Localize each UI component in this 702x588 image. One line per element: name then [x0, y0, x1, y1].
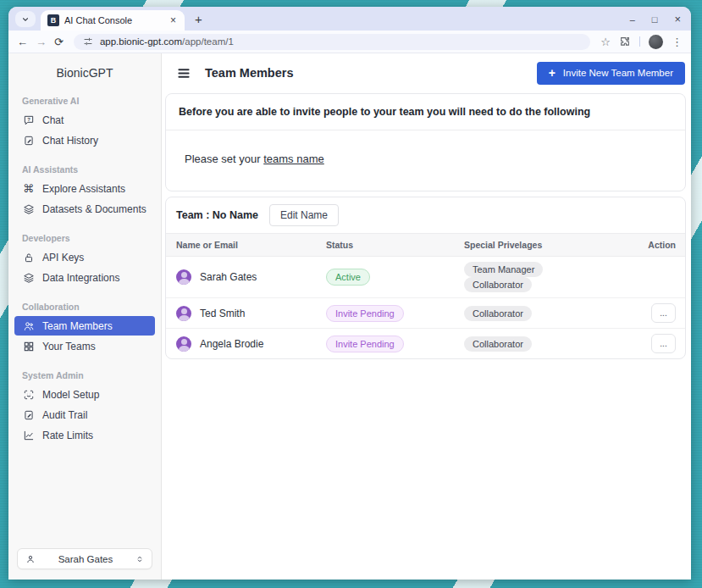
sidebar-item-explore-assistants[interactable]: ⌘Explore Assistants [14, 179, 155, 198]
member-avatar [176, 336, 191, 352]
privilege-badge: Collaborator [464, 306, 532, 321]
document-edit-icon [22, 408, 35, 421]
page-header: Team Members + Invite New Team Member [162, 53, 691, 92]
grid-icon [22, 340, 35, 352]
sidebar-item-label: API Keys [42, 252, 84, 263]
page-content: Before you are able to invite people to … [162, 92, 691, 359]
teams-name-link[interactable]: teams name [263, 153, 324, 165]
browser-toolbar: ← → ⟳ app.bionic-gpt.com/app/team/1 ☆ ⋮ [8, 31, 691, 53]
sidebar-section-label: System Admin [22, 370, 147, 380]
column-special-privileges: Special Privelages [454, 234, 622, 257]
chart-icon [22, 429, 35, 441]
sidebar-section-label: AI Assistants [22, 164, 147, 175]
member-avatar [176, 306, 191, 321]
row-actions-button[interactable]: ... [651, 303, 676, 323]
sidebar-item-label: Team Members [42, 320, 113, 332]
sidebar-item-label: Audit Trail [42, 409, 87, 421]
hamburger-menu-icon[interactable] [175, 66, 192, 80]
notice-body: Please set your teams name [166, 130, 685, 191]
tab-title: AI Chat Console [64, 15, 169, 25]
table-header-row: Name or Email Status Special Privelages … [166, 234, 685, 257]
column-action: Action [622, 234, 685, 257]
users-icon [22, 319, 35, 332]
svg-text:?: ? [27, 116, 30, 121]
forward-icon[interactable]: → [36, 36, 47, 47]
minimize-button[interactable]: – [630, 14, 635, 25]
browser-menu-icon[interactable]: ⋮ [672, 36, 683, 47]
sidebar-item-label: Chat History [42, 135, 98, 147]
member-name: Ted Smith [200, 308, 245, 319]
sidebar-item-your-teams[interactable]: Your Teams [14, 336, 155, 356]
back-icon[interactable]: ← [17, 36, 28, 47]
browser-tab-strip: B AI Chat Console × + – □ × [8, 7, 691, 31]
select-updown-icon [135, 554, 144, 564]
document-edit-icon [22, 134, 35, 147]
url-domain: app.bionic-gpt.com [100, 36, 182, 47]
scan-face-icon [22, 388, 35, 401]
chevron-down-icon [21, 15, 30, 24]
sidebar-item-chat[interactable]: ?Chat [14, 110, 155, 130]
tab-search-button[interactable] [15, 11, 36, 27]
sidebar-section-label: Developers [22, 233, 147, 243]
notice-heading: Before you are able to invite people to … [166, 94, 685, 130]
tab-close-icon[interactable]: × [169, 14, 178, 26]
sidebar-item-model-setup[interactable]: Model Setup [14, 385, 155, 404]
sidebar-item-label: Data Integrations [42, 272, 119, 284]
maximize-button[interactable]: □ [652, 14, 658, 25]
sidebar-item-rate-limits[interactable]: Rate Limits [14, 425, 155, 445]
sidebar-item-audit-trail[interactable]: Audit Trail [14, 405, 155, 424]
sidebar-item-label: Model Setup [42, 389, 99, 401]
sidebar-nav: Generative AI?ChatChat HistoryAI Assista… [8, 81, 161, 548]
new-tab-button[interactable]: + [195, 12, 202, 26]
member-name: Sarah Gates [200, 271, 257, 283]
close-window-button[interactable]: × [674, 13, 681, 25]
app-brand: BionicGPT [8, 53, 161, 81]
sidebar-item-datasets-documents[interactable]: Datasets & Documents [14, 199, 155, 219]
extensions-puzzle-icon[interactable] [619, 36, 631, 47]
status-badge: Active [326, 269, 370, 286]
team-card-header: Team : No Name Edit Name [166, 197, 685, 233]
page-title: Team Members [205, 66, 294, 80]
setup-notice-card: Before you are able to invite people to … [165, 93, 686, 191]
main-panel: Team Members + Invite New Team Member Be… [162, 53, 691, 580]
user-select-value: Sarah Gates [36, 554, 135, 564]
reload-icon[interactable]: ⟳ [54, 36, 64, 47]
team-name-label: Team : No Name [176, 209, 258, 221]
sidebar-item-api-keys[interactable]: API Keys [14, 247, 155, 267]
browser-tab[interactable]: B AI Chat Console × [41, 10, 185, 31]
sidebar-item-team-members[interactable]: Team Members [14, 316, 155, 336]
privilege-badge: Collaborator [464, 277, 532, 292]
member-avatar [176, 269, 191, 285]
row-actions-button[interactable]: ... [651, 334, 676, 353]
bookmark-star-icon[interactable]: ☆ [600, 36, 611, 47]
desktop-background: B AI Chat Console × + – □ × ← → ⟳ app.bi… [0, 0, 702, 588]
url-bar[interactable]: app.bionic-gpt.com/app/team/1 [74, 34, 590, 50]
layers-icon [22, 202, 35, 215]
plus-icon: + [549, 66, 556, 80]
app-root: BionicGPT Generative AI?ChatChat History… [8, 53, 691, 580]
user-select[interactable]: Sarah Gates [17, 548, 152, 569]
notice-text: Please set your [185, 153, 263, 165]
column-name-or-email: Name or Email [166, 234, 316, 257]
invite-new-team-member-button[interactable]: + Invite New Team Member [537, 62, 685, 85]
privilege-badge: Team Manager [464, 262, 543, 277]
sidebar-item-label: Chat [42, 114, 64, 126]
lock-icon [22, 251, 35, 263]
sidebar-item-chat-history[interactable]: Chat History [14, 130, 155, 150]
column-status: Status [316, 234, 454, 257]
privilege-badge: Collaborator [464, 336, 532, 352]
sidebar-item-label: Your Teams [42, 341, 96, 352]
table-row: Sarah GatesActiveTeam ManagerCollaborato… [166, 257, 685, 298]
browser-window: B AI Chat Console × + – □ × ← → ⟳ app.bi… [8, 7, 691, 580]
table-row: Angela BrodieInvite PendingCollaborator.… [166, 329, 685, 359]
sidebar-item-label: Datasets & Documents [42, 203, 146, 215]
person-icon [25, 554, 36, 564]
edit-name-button[interactable]: Edit Name [269, 204, 339, 226]
sidebar: BionicGPT Generative AI?ChatChat History… [8, 53, 162, 580]
profile-avatar[interactable] [649, 35, 663, 49]
sidebar-item-data-integrations[interactable]: Data Integrations [14, 268, 155, 287]
table-row: Ted SmithInvite PendingCollaborator... [166, 298, 685, 329]
invite-button-label: Invite New Team Member [563, 68, 673, 78]
site-settings-icon [83, 36, 93, 47]
sidebar-section-label: Generative AI [22, 96, 147, 106]
